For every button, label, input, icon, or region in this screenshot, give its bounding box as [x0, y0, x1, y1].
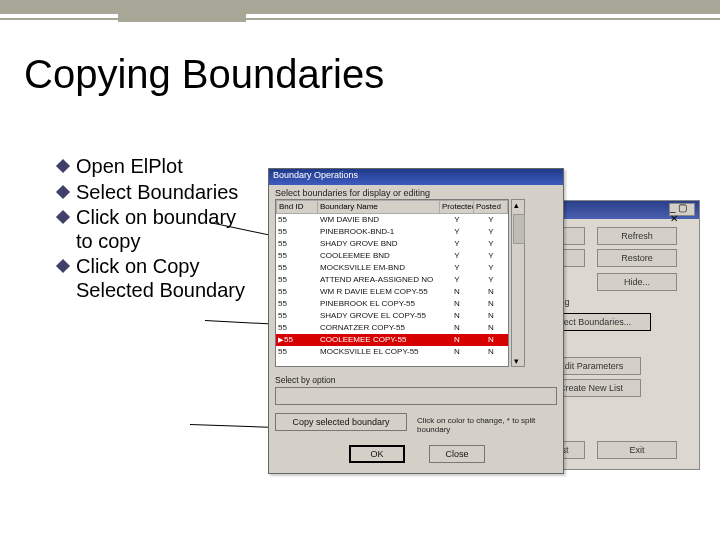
copy-selected-boundary-button[interactable]: Copy selected boundary [275, 413, 407, 431]
table-row[interactable]: 55CORNATZER COPY-55NN [276, 322, 508, 334]
bullet-item: Open ElPlot [76, 155, 256, 179]
hide-button[interactable]: Hide... [597, 273, 677, 291]
ok-button[interactable]: OK [349, 445, 405, 463]
bullet-list: Open ElPlot Select Boundaries Click on b… [76, 155, 256, 305]
bullet-item: Select Boundaries [76, 181, 256, 205]
boundary-operations-dialog: Boundary Operations Select boundaries fo… [268, 168, 564, 474]
hint-label: Click on color to change, * to split bou… [417, 416, 557, 434]
table-row[interactable]: 55SHADY GROVE EL COPY-55NN [276, 310, 508, 322]
col-header: Boundary Name [318, 200, 440, 214]
col-header: Protected [440, 200, 474, 214]
list-header: Bnd ID Boundary Name Protected Posted [276, 200, 508, 214]
table-row[interactable]: 55PINEBROOK-BND-1YY [276, 226, 508, 238]
table-row[interactable]: 55WM DAVIE BNDYY [276, 214, 508, 226]
list-scrollbar[interactable] [511, 199, 525, 367]
bullet-item: Click on boundary to copy [76, 206, 256, 253]
table-row[interactable]: 55COOLEEMEE COPY-55NN [276, 334, 508, 346]
dialog-titlebar: Boundary Operations [269, 169, 563, 185]
slide-accent [0, 0, 720, 24]
table-row[interactable]: 55MOCKSVILLE EM-BNDYY [276, 262, 508, 274]
close-button[interactable]: Close [429, 445, 485, 463]
table-row[interactable]: 55PINEBROOK EL COPY-55NN [276, 298, 508, 310]
table-row[interactable]: 55MOCKSVILLE EL COPY-55NN [276, 346, 508, 358]
col-header: Posted [474, 200, 508, 214]
table-row[interactable]: 55ATTEND AREA-ASSIGNED NOYY [276, 274, 508, 286]
boundary-listbox[interactable]: Bnd ID Boundary Name Protected Posted 55… [275, 199, 509, 367]
slide-title: Copying Boundaries [24, 52, 384, 97]
table-row[interactable]: 55WM R DAVIE ELEM COPY-55NN [276, 286, 508, 298]
restore-button[interactable]: Restore [597, 249, 677, 267]
bullet-item: Click on Copy Selected Boundary [76, 255, 256, 302]
window-controls[interactable]: _ ▢ ✕ [669, 203, 695, 216]
exit-button[interactable]: Exit [597, 441, 677, 459]
slide: Copying Boundaries Open ElPlot Select Bo… [0, 0, 720, 540]
refresh-button[interactable]: Refresh [597, 227, 677, 245]
select-by-label: Select by option [275, 375, 559, 385]
table-row[interactable]: 55SHADY GROVE BNDYY [276, 238, 508, 250]
select-option-dropdown[interactable] [275, 387, 557, 405]
col-header: Bnd ID [276, 200, 318, 214]
table-row[interactable]: 55COOLEEMEE BNDYY [276, 250, 508, 262]
dialog-instruction: Select boundaries for display or editing [269, 185, 563, 199]
